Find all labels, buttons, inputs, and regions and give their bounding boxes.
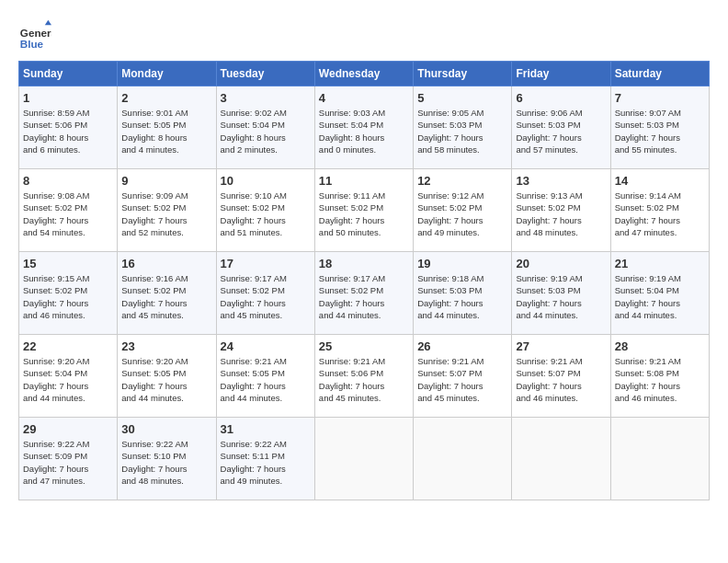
calendar-cell: 25Sunrise: 9:21 AMSunset: 5:06 PMDayligh… [314, 335, 413, 418]
day-info: Sunrise: 9:08 AMSunset: 5:02 PMDaylight:… [23, 190, 113, 238]
week-row: 1Sunrise: 8:59 AMSunset: 5:06 PMDaylight… [19, 86, 710, 169]
day-info: Sunrise: 9:14 AMSunset: 5:02 PMDaylight:… [615, 190, 705, 238]
day-info: Sunrise: 9:15 AMSunset: 5:02 PMDaylight:… [23, 272, 113, 321]
day-number: 3 [221, 91, 311, 105]
day-number: 23 [121, 339, 211, 353]
calendar-cell: 24Sunrise: 9:21 AMSunset: 5:05 PMDayligh… [216, 335, 314, 418]
col-header-sunday: Sunday [19, 62, 118, 86]
calendar-cell: 29Sunrise: 9:22 AMSunset: 5:09 PMDayligh… [19, 418, 118, 500]
day-number: 16 [121, 257, 211, 270]
day-info: Sunrise: 9:17 AMSunset: 5:02 PMDaylight:… [221, 272, 311, 321]
calendar-cell: 23Sunrise: 9:20 AMSunset: 5:05 PMDayligh… [118, 335, 216, 418]
day-info: Sunrise: 9:22 AMSunset: 5:11 PMDaylight:… [221, 438, 311, 487]
day-number: 15 [23, 257, 113, 270]
day-info: Sunrise: 8:59 AMSunset: 5:06 PMDaylight:… [23, 107, 113, 155]
calendar-cell [314, 418, 413, 500]
calendar-cell: 17Sunrise: 9:17 AMSunset: 5:02 PMDayligh… [216, 252, 314, 335]
day-number: 4 [319, 91, 409, 105]
calendar-cell: 21Sunrise: 9:19 AMSunset: 5:04 PMDayligh… [610, 252, 709, 335]
calendar-cell: 19Sunrise: 9:18 AMSunset: 5:03 PMDayligh… [414, 252, 512, 335]
day-number: 30 [121, 422, 211, 436]
day-number: 13 [516, 174, 606, 188]
day-number: 29 [23, 422, 113, 436]
calendar-cell [414, 418, 512, 500]
col-header-tuesday: Tuesday [216, 62, 314, 86]
calendar-cell: 15Sunrise: 9:15 AMSunset: 5:02 PMDayligh… [19, 252, 118, 335]
day-info: Sunrise: 9:21 AMSunset: 5:08 PMDaylight:… [615, 355, 705, 404]
calendar-cell: 12Sunrise: 9:12 AMSunset: 5:02 PMDayligh… [414, 169, 512, 252]
calendar-cell: 8Sunrise: 9:08 AMSunset: 5:02 PMDaylight… [19, 169, 118, 252]
week-row: 22Sunrise: 9:20 AMSunset: 5:04 PMDayligh… [19, 335, 710, 418]
day-number: 11 [319, 174, 409, 188]
svg-text:Blue: Blue [20, 38, 44, 50]
calendar-cell: 14Sunrise: 9:14 AMSunset: 5:02 PMDayligh… [610, 169, 709, 252]
calendar-cell [512, 418, 610, 500]
calendar-cell: 18Sunrise: 9:17 AMSunset: 5:02 PMDayligh… [314, 252, 413, 335]
calendar-cell: 7Sunrise: 9:07 AMSunset: 5:03 PMDaylight… [610, 86, 709, 169]
calendar-cell: 20Sunrise: 9:19 AMSunset: 5:03 PMDayligh… [512, 252, 610, 335]
day-number: 21 [615, 257, 705, 270]
calendar-cell: 13Sunrise: 9:13 AMSunset: 5:02 PMDayligh… [512, 169, 610, 252]
week-row: 8Sunrise: 9:08 AMSunset: 5:02 PMDaylight… [19, 169, 710, 252]
calendar-cell: 11Sunrise: 9:11 AMSunset: 5:02 PMDayligh… [314, 169, 413, 252]
calendar-cell: 26Sunrise: 9:21 AMSunset: 5:07 PMDayligh… [414, 335, 512, 418]
col-header-saturday: Saturday [610, 62, 709, 86]
svg-marker-2 [45, 20, 51, 25]
calendar-cell: 28Sunrise: 9:21 AMSunset: 5:08 PMDayligh… [610, 335, 709, 418]
day-info: Sunrise: 9:02 AMSunset: 5:04 PMDaylight:… [221, 107, 311, 155]
col-header-friday: Friday [512, 62, 610, 86]
day-info: Sunrise: 9:20 AMSunset: 5:04 PMDaylight:… [23, 355, 113, 404]
day-info: Sunrise: 9:07 AMSunset: 5:03 PMDaylight:… [615, 107, 705, 155]
calendar-cell: 22Sunrise: 9:20 AMSunset: 5:04 PMDayligh… [19, 335, 118, 418]
day-number: 10 [221, 174, 311, 188]
day-info: Sunrise: 9:21 AMSunset: 5:07 PMDaylight:… [516, 355, 606, 404]
calendar-cell: 1Sunrise: 8:59 AMSunset: 5:06 PMDaylight… [19, 86, 118, 169]
day-number: 17 [221, 257, 311, 270]
day-info: Sunrise: 9:18 AMSunset: 5:03 PMDaylight:… [417, 272, 507, 321]
day-info: Sunrise: 9:21 AMSunset: 5:07 PMDaylight:… [417, 355, 507, 404]
calendar-cell: 9Sunrise: 9:09 AMSunset: 5:02 PMDaylight… [118, 169, 216, 252]
day-number: 1 [23, 91, 113, 105]
calendar-cell: 6Sunrise: 9:06 AMSunset: 5:03 PMDaylight… [512, 86, 610, 169]
header-row: SundayMondayTuesdayWednesdayThursdayFrid… [19, 62, 710, 86]
day-info: Sunrise: 9:09 AMSunset: 5:02 PMDaylight:… [121, 190, 211, 238]
calendar-cell: 5Sunrise: 9:05 AMSunset: 5:03 PMDaylight… [414, 86, 512, 169]
day-info: Sunrise: 9:05 AMSunset: 5:03 PMDaylight:… [417, 107, 507, 155]
day-info: Sunrise: 9:13 AMSunset: 5:02 PMDaylight:… [516, 190, 606, 238]
page-header: General Blue [18, 18, 710, 52]
day-number: 8 [23, 174, 113, 188]
day-info: Sunrise: 9:11 AMSunset: 5:02 PMDaylight:… [319, 190, 409, 238]
day-number: 7 [615, 91, 705, 105]
logo: General Blue [18, 18, 51, 52]
day-info: Sunrise: 9:21 AMSunset: 5:05 PMDaylight:… [221, 355, 311, 404]
calendar-cell: 3Sunrise: 9:02 AMSunset: 5:04 PMDaylight… [216, 86, 314, 169]
day-number: 14 [615, 174, 705, 188]
day-info: Sunrise: 9:16 AMSunset: 5:02 PMDaylight:… [121, 272, 211, 321]
day-number: 22 [23, 339, 113, 353]
day-number: 27 [516, 339, 606, 353]
day-info: Sunrise: 9:19 AMSunset: 5:04 PMDaylight:… [615, 272, 705, 321]
day-number: 6 [516, 91, 606, 105]
calendar-cell: 10Sunrise: 9:10 AMSunset: 5:02 PMDayligh… [216, 169, 314, 252]
col-header-thursday: Thursday [414, 62, 512, 86]
calendar-cell: 4Sunrise: 9:03 AMSunset: 5:04 PMDaylight… [314, 86, 413, 169]
day-info: Sunrise: 9:22 AMSunset: 5:10 PMDaylight:… [121, 438, 211, 487]
day-info: Sunrise: 9:20 AMSunset: 5:05 PMDaylight:… [121, 355, 211, 404]
calendar-cell: 27Sunrise: 9:21 AMSunset: 5:07 PMDayligh… [512, 335, 610, 418]
day-info: Sunrise: 9:12 AMSunset: 5:02 PMDaylight:… [417, 190, 507, 238]
day-number: 18 [319, 257, 409, 270]
day-number: 19 [417, 257, 507, 270]
day-number: 28 [615, 339, 705, 353]
day-info: Sunrise: 9:17 AMSunset: 5:02 PMDaylight:… [319, 272, 409, 321]
day-number: 31 [221, 422, 311, 436]
day-info: Sunrise: 9:19 AMSunset: 5:03 PMDaylight:… [516, 272, 606, 321]
day-info: Sunrise: 9:03 AMSunset: 5:04 PMDaylight:… [319, 107, 409, 155]
day-number: 2 [121, 91, 211, 105]
calendar-cell [610, 418, 709, 500]
calendar-cell: 31Sunrise: 9:22 AMSunset: 5:11 PMDayligh… [216, 418, 314, 500]
calendar-cell: 16Sunrise: 9:16 AMSunset: 5:02 PMDayligh… [118, 252, 216, 335]
logo-icon: General Blue [18, 18, 51, 52]
day-info: Sunrise: 9:21 AMSunset: 5:06 PMDaylight:… [319, 355, 409, 404]
day-info: Sunrise: 9:06 AMSunset: 5:03 PMDaylight:… [516, 107, 606, 155]
day-info: Sunrise: 9:22 AMSunset: 5:09 PMDaylight:… [23, 438, 113, 487]
